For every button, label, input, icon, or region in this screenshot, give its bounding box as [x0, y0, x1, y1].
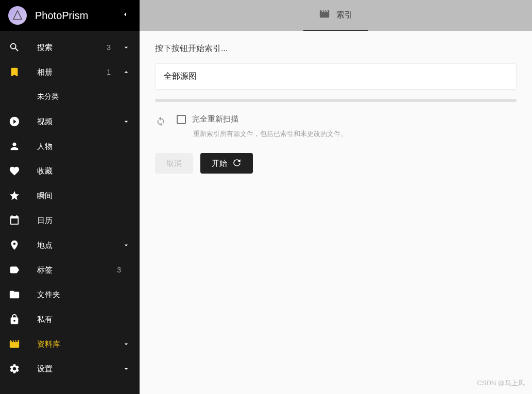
nav-label: 日历 — [37, 216, 131, 226]
sidebar: PhotoPrism 搜索 3 相册 1 未分类 视频 人物 — [0, 0, 140, 394]
nav-label: 视频 — [37, 117, 121, 127]
start-button[interactable]: 开始 — [200, 153, 253, 174]
nav-label: 瞬间 — [37, 191, 131, 201]
chevron-up-icon — [121, 68, 131, 76]
nav-label: 私有 — [37, 315, 131, 324]
nav-item-private[interactable]: 私有 — [0, 307, 140, 332]
nav-label: 相册 — [37, 67, 107, 77]
nav-label: 搜索 — [37, 43, 107, 53]
chevron-down-icon — [121, 241, 131, 249]
nav-item-favorites[interactable]: 收藏 — [0, 159, 140, 183]
nav-item-albums[interactable]: 相册 1 — [0, 60, 140, 84]
hint-text: 按下按钮开始索引... — [155, 43, 517, 54]
chevron-down-icon — [121, 43, 131, 52]
nav-item-videos[interactable]: 视频 — [0, 109, 140, 134]
nav-item-moments[interactable]: 瞬间 — [0, 183, 140, 208]
buttons-row: 取消 开始 — [155, 153, 517, 174]
sidebar-collapse-button[interactable] — [119, 8, 131, 23]
app-logo[interactable] — [8, 6, 27, 25]
nav-label: 收藏 — [37, 166, 131, 176]
nav-label: 人物 — [37, 142, 131, 151]
label-icon — [8, 264, 21, 276]
nav-label: 设置 — [37, 364, 121, 374]
topbar: 索引 — [140, 0, 532, 31]
nav-count: 1 — [107, 68, 111, 76]
content-panel: 按下按钮开始索引... 全部源图 完全重新扫描 重新索引所有源文件，包括已索引和… — [140, 31, 532, 186]
nav-item-settings[interactable]: 设置 — [0, 356, 140, 381]
nav-count: 3 — [107, 43, 111, 52]
refresh-icon — [155, 115, 166, 127]
nav-label: 标签 — [37, 265, 117, 275]
sidebar-header: PhotoPrism — [0, 0, 140, 31]
nav-item-search[interactable]: 搜索 3 — [0, 35, 140, 60]
play-icon — [8, 115, 21, 128]
nav-label: 资料库 — [37, 339, 121, 349]
film-icon — [319, 8, 330, 22]
rescan-option: 完全重新扫描 重新索引所有源文件，包括已索引和未更改的文件。 — [177, 114, 517, 139]
nav-item-places[interactable]: 地点 — [0, 233, 140, 258]
rescan-description: 重新索引所有源文件，包括已索引和未更改的文件。 — [193, 129, 517, 139]
heart-icon — [8, 165, 21, 177]
calendar-icon — [8, 214, 21, 227]
nav-label: 文件夹 — [37, 290, 131, 300]
nav-item-labels[interactable]: 标签 3 — [0, 258, 140, 282]
tab-index[interactable]: 索引 — [303, 0, 368, 31]
nav-label: 地点 — [37, 241, 121, 250]
search-icon — [8, 41, 21, 54]
nav-item-calendar[interactable]: 日历 — [0, 208, 140, 233]
chevron-down-icon — [121, 365, 131, 373]
nav-list: 搜索 3 相册 1 未分类 视频 人物 收藏 瞬间 — [0, 31, 140, 394]
nav-count: 3 — [117, 266, 121, 274]
app-title: PhotoPrism — [35, 10, 119, 22]
progress-bar — [155, 99, 517, 102]
update-icon — [232, 158, 242, 169]
nav-item-library[interactable]: 资料库 — [0, 332, 140, 356]
nav-item-people[interactable]: 人物 — [0, 134, 140, 159]
bookmark-icon — [8, 66, 21, 78]
chevron-down-icon — [121, 117, 131, 126]
lock-icon — [8, 313, 21, 326]
rescan-label: 完全重新扫描 — [192, 114, 238, 124]
chevron-down-icon — [121, 340, 131, 348]
star-icon — [8, 190, 21, 202]
film-icon — [8, 338, 21, 350]
tab-label: 索引 — [336, 10, 353, 21]
main-content: 索引 按下按钮开始索引... 全部源图 完全重新扫描 重新索引所有源文件，包括已… — [140, 0, 532, 394]
nav-item-folders[interactable]: 文件夹 — [0, 282, 140, 307]
nav-subitem-uncategorized[interactable]: 未分类 — [0, 84, 140, 109]
source-select[interactable]: 全部源图 — [155, 63, 517, 90]
watermark: CSDN @马上风 — [477, 379, 525, 388]
folder-icon — [8, 288, 21, 301]
person-icon — [8, 140, 21, 152]
cancel-button[interactable]: 取消 — [155, 153, 193, 174]
gear-icon — [8, 363, 21, 375]
options-row: 完全重新扫描 重新索引所有源文件，包括已索引和未更改的文件。 — [155, 114, 517, 139]
rescan-checkbox[interactable] — [177, 115, 186, 124]
place-icon — [8, 239, 21, 251]
